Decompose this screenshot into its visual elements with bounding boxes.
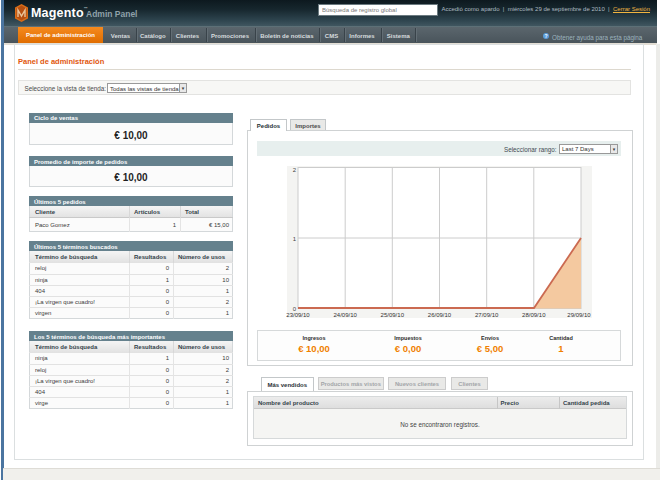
svg-text:23/09/10: 23/09/10 [286, 312, 310, 318]
svg-text:28/09/10: 28/09/10 [522, 312, 546, 318]
svg-text:27/09/10: 27/09/10 [475, 312, 499, 318]
svg-text:25/09/10: 25/09/10 [381, 312, 405, 318]
svg-text:29/09/10: 29/09/10 [567, 312, 591, 318]
svg-text:26/09/10: 26/09/10 [428, 312, 452, 318]
svg-text:24/09/10: 24/09/10 [334, 312, 358, 318]
